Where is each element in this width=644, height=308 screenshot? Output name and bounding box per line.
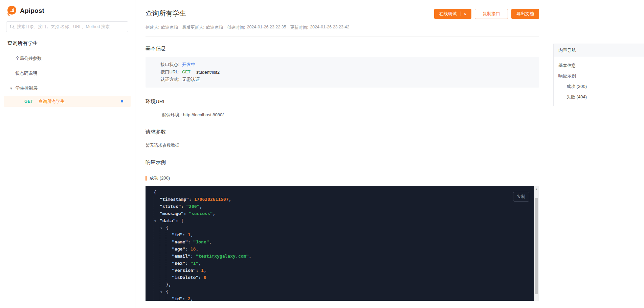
updated-value: 2024-01-26 23:23:42 bbox=[310, 25, 349, 30]
header-divider bbox=[146, 36, 539, 37]
header-buttons: 在线调试 ∨ 复制接口 导出文档 bbox=[434, 9, 539, 19]
toc-item-success-200[interactable]: 成功 (200) bbox=[554, 80, 644, 91]
code-scrollbar[interactable]: ▲ bbox=[534, 186, 539, 301]
code-line: { bbox=[154, 189, 539, 196]
code-token: "timestamp" bbox=[160, 197, 189, 202]
code-token: , bbox=[229, 197, 231, 202]
sidebar-search[interactable] bbox=[6, 21, 128, 32]
code-token: : bbox=[191, 254, 196, 259]
code-line: "id": 1, bbox=[154, 231, 539, 238]
fold-arrow-icon[interactable]: ▼ bbox=[160, 289, 165, 296]
code-token: 1706282611507 bbox=[194, 197, 229, 202]
code-token: , bbox=[191, 296, 193, 301]
api-url-method: GET bbox=[182, 70, 191, 74]
copy-api-button[interactable]: 复制接口 bbox=[475, 9, 508, 19]
api-url-label: 接口URL: bbox=[146, 69, 179, 75]
main-content: 查询所有学生 在线调试 ∨ 复制接口 导出文档 创建人: 欧波摩珀 最后更新人:… bbox=[146, 0, 539, 308]
content-nav-body: 基本信息 响应示例 成功 (200) 失败 (404) bbox=[554, 57, 644, 106]
code-token: "test1@xygalaxy.com" bbox=[196, 254, 249, 259]
scroll-up-arrow-icon[interactable]: ▲ bbox=[534, 186, 539, 190]
indent-guide bbox=[154, 231, 160, 238]
indent-guide bbox=[166, 295, 172, 301]
code-token: : bbox=[196, 268, 201, 273]
toc-item-basic-info[interactable]: 基本信息 bbox=[554, 59, 644, 70]
chevron-down-icon[interactable]: ∨ bbox=[463, 12, 467, 16]
code-token: , bbox=[196, 246, 198, 252]
created-value: 2024-01-26 23:22:35 bbox=[247, 25, 286, 30]
code-token: , bbox=[198, 261, 201, 266]
default-env-row: 默认环境 : http://localhost:8080/ bbox=[162, 112, 539, 118]
brand-name: Apipost bbox=[20, 7, 44, 15]
indent-guide bbox=[154, 210, 160, 217]
creator-value: 欧波摩珀 bbox=[161, 25, 178, 30]
toc-item-fail-404[interactable]: 失败 (404) bbox=[554, 91, 644, 101]
brand-logo[interactable]: Apipost bbox=[6, 5, 128, 17]
scrollbar-thumb[interactable] bbox=[535, 198, 538, 294]
code-token: : bbox=[189, 197, 194, 202]
indent-guide bbox=[154, 295, 160, 301]
sidebar-folder-label: 学生控制层 bbox=[16, 85, 38, 91]
auth-label: 认证方式: bbox=[146, 76, 179, 82]
sidebar-item-global-params[interactable]: 全局公共参数 bbox=[15, 55, 128, 62]
code-token: "age" bbox=[172, 246, 185, 252]
response-code-block: {"timestamp": 1706282611507,"status": "2… bbox=[146, 186, 539, 301]
code-token: , bbox=[249, 254, 251, 259]
button-divider bbox=[461, 11, 461, 16]
sidebar-api-item-selected[interactable]: GET 查询所有学生 bbox=[4, 96, 131, 107]
sidebar-folder-student-controller[interactable]: ▼ 学生控制层 bbox=[9, 85, 128, 91]
indent-guide bbox=[166, 231, 172, 238]
code-token: 2 bbox=[188, 296, 191, 301]
apipost-logo-icon bbox=[6, 5, 17, 16]
creator-label: 创建人: bbox=[146, 25, 159, 30]
fold-arrow-icon[interactable]: ▼ bbox=[160, 225, 165, 232]
fold-arrow-icon[interactable]: ▼ bbox=[154, 218, 159, 225]
toc-item-response-example[interactable]: 响应示例 bbox=[554, 70, 644, 80]
sidebar: Apipost 查询所有学生 全局公共参数 状态码说明 ▼ 学生控制层 GET … bbox=[0, 0, 135, 308]
sidebar-api-label: 查询所有学生 bbox=[39, 98, 65, 104]
code-token: 0 bbox=[204, 275, 206, 280]
sidebar-item-status-codes[interactable]: 状态码说明 bbox=[15, 70, 128, 76]
auth-row: 认证方式: 无需认证 bbox=[146, 76, 539, 83]
api-url-row: 接口URL: GET student/list2 bbox=[146, 68, 539, 76]
code-line: "isDelete": 0 bbox=[154, 274, 539, 281]
indent-guide bbox=[160, 267, 166, 274]
code-line: "message": "success", bbox=[154, 210, 539, 217]
code-token: { bbox=[166, 225, 169, 230]
code-copy-button[interactable]: 复制 bbox=[513, 192, 529, 202]
updated-label: 更新时间: bbox=[290, 25, 308, 30]
code-token: , bbox=[209, 239, 212, 244]
updater-label: 最后更新人: bbox=[182, 25, 204, 30]
code-line: ▼{ bbox=[154, 288, 539, 295]
indent-guide bbox=[154, 274, 160, 281]
code-line: }, bbox=[154, 281, 539, 288]
page-title: 查询所有学生 bbox=[146, 9, 186, 18]
indent-guide bbox=[160, 238, 166, 245]
section-title-basic-info: 基本信息 bbox=[146, 45, 539, 52]
code-token: [ bbox=[181, 218, 184, 223]
code-token: : bbox=[198, 275, 204, 280]
indent-guide bbox=[154, 260, 160, 267]
code-token: { bbox=[154, 190, 156, 195]
section-title-request-params: 请求参数 bbox=[146, 129, 539, 135]
api-status-value[interactable]: 开发中 bbox=[182, 62, 195, 68]
code-token: "sex" bbox=[172, 261, 185, 266]
caret-down-icon[interactable]: ▼ bbox=[9, 87, 13, 90]
code-token: , bbox=[199, 204, 202, 209]
indent-guide bbox=[154, 196, 160, 203]
online-debug-button[interactable]: 在线调试 ∨ bbox=[434, 9, 471, 19]
code-token: "id" bbox=[172, 296, 182, 301]
indent-guide bbox=[154, 288, 160, 295]
code-token: "200" bbox=[186, 204, 199, 209]
indent-guide bbox=[154, 253, 160, 260]
code-line: ▼{ bbox=[154, 224, 539, 231]
code-token: "version" bbox=[172, 268, 196, 273]
indent-guide bbox=[166, 274, 172, 281]
search-input[interactable] bbox=[17, 24, 125, 29]
export-doc-button[interactable]: 导出文档 bbox=[511, 9, 539, 19]
orange-bar-icon bbox=[146, 176, 147, 181]
basic-info-panel: 接口状态: 开发中 接口URL: GET student/list2 认证方式:… bbox=[146, 57, 539, 88]
code-line: "email": "test1@xygalaxy.com", bbox=[154, 253, 539, 260]
indent-guide bbox=[160, 231, 166, 238]
code-line: "version": 1, bbox=[154, 267, 539, 274]
unsaved-dot-icon bbox=[121, 100, 123, 102]
